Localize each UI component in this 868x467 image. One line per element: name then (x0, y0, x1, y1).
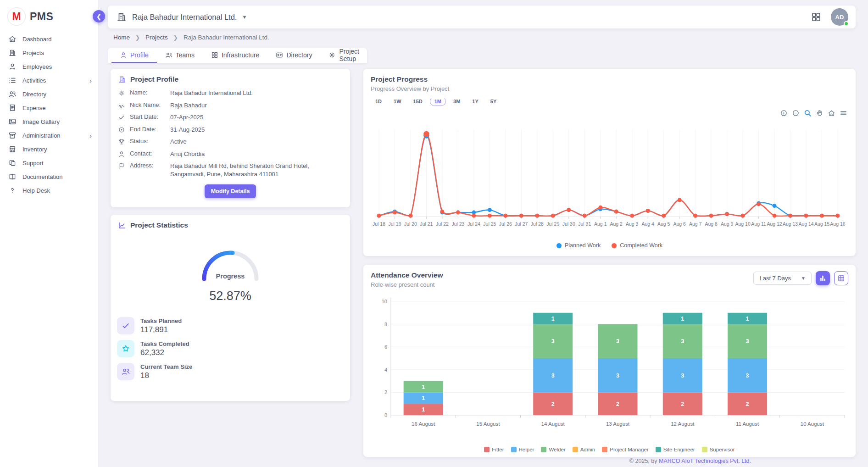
range-button-1d[interactable]: 1D (371, 97, 386, 106)
zoom-out-icon[interactable] (792, 109, 800, 117)
chart-line-icon (118, 221, 126, 229)
header-bar: Raja Bahadur International Ltd. ▼ AD (108, 6, 856, 28)
range-button-1m[interactable]: 1M (430, 97, 446, 106)
menu-icon[interactable] (840, 109, 847, 117)
svg-text:Aug 8: Aug 8 (705, 221, 718, 227)
svg-text:Jul 29: Jul 29 (546, 221, 559, 227)
breadcrumb-home[interactable]: Home (113, 34, 130, 41)
list-icon (8, 76, 17, 84)
legend-fitter[interactable]: Fitter (484, 447, 504, 452)
profile-field-nick-name-: Nick Name: Raja Bahadur (118, 101, 343, 110)
svg-text:2: 2 (746, 401, 749, 407)
grid-icon (211, 51, 218, 59)
legend-supervisor[interactable]: Supervisor (702, 447, 735, 452)
profile-field-address-: Address: Raja Bahadur Mill Rd, behind Sh… (118, 162, 343, 178)
tab-directory[interactable]: Directory (267, 48, 320, 63)
tab-profile[interactable]: Profile (111, 48, 157, 63)
zoom-select-icon[interactable] (804, 109, 812, 117)
breadcrumb: Home ❯ Projects ❯ Raja Bahadur Internati… (113, 34, 269, 41)
legend-project-manager[interactable]: Project Manager (602, 447, 648, 452)
svg-text:2: 2 (384, 389, 387, 395)
avatar-initials: AD (835, 14, 844, 21)
tab-teams[interactable]: Teams (157, 48, 203, 63)
chevron-right-icon: › (89, 132, 92, 139)
svg-text:1: 1 (422, 406, 425, 413)
svg-text:3: 3 (746, 372, 749, 379)
progress-line-chart[interactable]: Jul 18Jul 19Jul 20Jul 21Jul 22Jul 23Jul … (370, 118, 849, 233)
sidebar-item-employees[interactable]: Employees (0, 60, 98, 73)
store-icon (8, 145, 17, 153)
legend-helper[interactable]: Helper (511, 447, 534, 452)
profile-field-end-date-: End Date: 31-Aug-2025 (118, 126, 343, 134)
svg-text:Jul 24: Jul 24 (467, 221, 480, 227)
svg-text:3: 3 (681, 338, 684, 345)
svg-text:Aug 16: Aug 16 (830, 221, 845, 227)
zoom-in-icon[interactable] (780, 109, 788, 117)
range-button-15d[interactable]: 15D (409, 97, 427, 106)
gear-icon (328, 51, 336, 59)
sidebar-item-support[interactable]: Support (0, 156, 98, 170)
range-select[interactable]: Last 7 Days ▼ (753, 272, 812, 285)
legend-completed-work[interactable]: Completed Work (612, 242, 662, 249)
app-logo[interactable]: M PMS (0, 0, 98, 32)
bar-view-button[interactable] (816, 271, 830, 285)
sidebar-item-help-desk[interactable]: Help Desk (0, 183, 98, 197)
svg-text:Aug 12: Aug 12 (767, 221, 782, 227)
tab-bar: Profile Teams Infrastructure Directory P… (108, 48, 367, 63)
breadcrumb-separator: ❯ (173, 34, 178, 41)
legend-site-engineer[interactable]: Site Engineer (656, 447, 695, 452)
svg-text:16 August: 16 August (412, 421, 435, 427)
svg-text:4: 4 (384, 367, 387, 372)
id-card-icon (276, 51, 283, 59)
company-selector[interactable]: Raja Bahadur International Ltd. ▼ (116, 11, 247, 22)
svg-text:Jul 27: Jul 27 (515, 221, 528, 227)
svg-text:14 August: 14 August (541, 421, 565, 427)
sidebar-item-documentation[interactable]: Documentation (0, 170, 98, 183)
home-icon[interactable] (828, 109, 835, 117)
tab-infrastructure[interactable]: Infrastructure (203, 48, 267, 63)
legend-planned-work[interactable]: Planned Work (556, 242, 601, 249)
sidebar-item-dashboard[interactable]: Dashboard (0, 32, 98, 46)
project-profile-card: Project Profile Name: Raja Bahadur Inter… (111, 69, 350, 207)
stat-current-team-size: Current Team Size 18 (117, 363, 350, 380)
svg-text:Jul 22: Jul 22 (436, 221, 449, 227)
breadcrumb-separator: ❯ (135, 34, 140, 41)
svg-text:Aug 1: Aug 1 (594, 221, 607, 227)
svg-text:Aug 11: Aug 11 (751, 221, 766, 227)
svg-text:Jul 30: Jul 30 (562, 221, 575, 227)
svg-text:Aug 6: Aug 6 (673, 221, 686, 227)
sidebar-item-administration[interactable]: Administration › (0, 128, 98, 142)
company-name: Raja Bahadur International Ltd. (132, 13, 237, 22)
table-view-button[interactable] (834, 271, 848, 285)
sidebar-item-expense[interactable]: Expense (0, 101, 98, 115)
breadcrumb-projects[interactable]: Projects (145, 34, 168, 41)
range-button-5y[interactable]: 5Y (486, 97, 501, 106)
legend-welder[interactable]: Welder (541, 447, 565, 452)
circle-dot-icon (118, 126, 125, 133)
svg-text:Jul 25: Jul 25 (483, 221, 496, 227)
profile-field-start-date-: Start Date: 07-Apr-2025 (118, 113, 343, 122)
image-icon (8, 117, 17, 126)
svg-text:3: 3 (681, 372, 684, 379)
bar-chart-icon (819, 274, 827, 282)
gauge-value: 52.87% (111, 289, 350, 303)
user-avatar[interactable]: AD (831, 8, 848, 26)
app-grid-icon[interactable] (811, 11, 822, 22)
tab-project-setup[interactable]: Project Setup (320, 48, 367, 63)
svg-text:13 August: 13 August (606, 421, 630, 427)
sidebar-item-directory[interactable]: Directory (0, 87, 98, 101)
range-button-1w[interactable]: 1W (389, 97, 406, 106)
sidebar-item-image-gallary[interactable]: Image Gallary (0, 115, 98, 128)
sidebar-item-inventory[interactable]: Inventory (0, 142, 98, 156)
footer-link[interactable]: MARCO AIoT Technologies Pvt. Ltd. (659, 458, 751, 464)
modify-details-button[interactable]: Modify Details (205, 184, 256, 198)
sidebar-item-projects[interactable]: Projects (0, 46, 98, 60)
sidebar-collapse-button[interactable]: ❮ (93, 10, 105, 22)
sidebar-item-activities[interactable]: Activities › (0, 73, 98, 87)
range-button-1y[interactable]: 1Y (467, 97, 483, 106)
range-button-3m[interactable]: 3M (449, 97, 465, 106)
svg-text:10 August: 10 August (801, 421, 824, 427)
attendance-bar-chart[interactable]: 024681016 August11115 August14 August233… (370, 293, 849, 435)
legend-admin[interactable]: Admin (573, 447, 595, 452)
pan-icon[interactable] (816, 109, 823, 117)
